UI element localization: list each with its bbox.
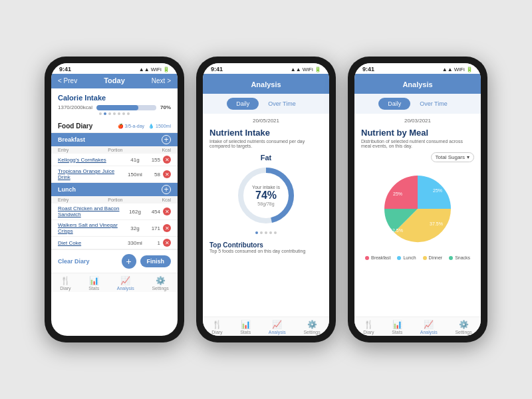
chart-dot-1 <box>255 231 258 234</box>
food-name-4[interactable]: Walkers Salt and Vinegar Crisps <box>58 222 126 234</box>
nav-analysis-3[interactable]: 📈 Analysis <box>420 320 438 334</box>
food-portion-1: 41g <box>126 157 144 163</box>
settings-icon-1: ⚙️ <box>156 276 166 285</box>
top-contributors-sub: Top 5 foods consumed on this day contrib… <box>209 249 323 253</box>
analysis-icon-3: 📈 <box>424 320 434 329</box>
dot-1 <box>99 112 102 115</box>
clear-diary-button[interactable]: Clear Diary <box>58 258 90 265</box>
delete-btn-1[interactable]: ✕ <box>163 156 171 164</box>
legend-dot-breakfast <box>365 256 369 260</box>
dots-row <box>58 110 171 117</box>
tab-overtime-2[interactable]: Over Time <box>259 98 305 110</box>
dot-6 <box>122 112 125 115</box>
pie-label-lunch: 25% <box>433 188 442 193</box>
breakfast-table-header: Entry Portion Kcal <box>51 146 178 154</box>
lunch-table-header: Entry Portion Kcal <box>51 196 178 203</box>
calorie-progress-bar <box>96 105 156 110</box>
nav-settings-3[interactable]: ⚙️ Settings <box>455 320 471 334</box>
nav-analysis-2[interactable]: 📈 Analysis <box>269 320 286 334</box>
pie-chart: 25% 37.5% 12.5% 25% <box>361 169 474 249</box>
nutrient-meal-title: Nutrient by Meal <box>361 128 474 138</box>
next-button[interactable]: Next > <box>152 77 171 84</box>
phone-analysis: 9:41 ▲▲ WiFi 🔋 Analysis Daily Over Time … <box>196 57 336 342</box>
food-name-2[interactable]: Tropicana Orange Juice Drink <box>58 168 126 180</box>
food-diary-header: Food Diary 🍎 3/5-a-day 💧 1500ml <box>51 120 178 133</box>
nav-diary-3[interactable]: 🍴 Diary <box>363 320 374 334</box>
col-entry-2: Entry <box>58 198 68 202</box>
tab-row-3: Daily Over Time <box>354 94 481 114</box>
add-food-button[interactable]: + <box>122 254 136 269</box>
bottom-nav-2: 🍴 Diary 📊 Stats 📈 Analysis ⚙️ Settings <box>203 317 329 336</box>
finish-button[interactable]: Finish <box>140 255 172 267</box>
settings-icon-3: ⚙️ <box>459 320 469 329</box>
delete-btn-3[interactable]: ✕ <box>163 207 171 215</box>
nav-analysis-1[interactable]: 📈 Analysis <box>117 276 134 291</box>
pie-svg: 25% 37.5% 12.5% 25% <box>378 169 458 249</box>
lunch-row-3: Diet Coke 330ml 1 ✕ <box>51 237 178 249</box>
food-diary-title: Food Diary <box>58 122 92 130</box>
circle-percent: 74% <box>252 190 280 201</box>
pie-label-breakfast: 25% <box>393 192 402 196</box>
tab-daily-2[interactable]: Daily <box>227 98 259 110</box>
nutrient-meal-sub: Distribution of selected nutrient consum… <box>361 139 474 148</box>
nav-label-settings-1: Settings <box>152 286 168 291</box>
analysis-icon-2: 📈 <box>272 320 282 329</box>
circle-amount: 58g/78g <box>252 201 280 206</box>
food-name-1[interactable]: Kellogg's Cornflakes <box>58 157 126 163</box>
food-kcal-2: 58 <box>144 172 160 178</box>
food-portion-5: 330ml <box>126 240 144 246</box>
nav-diary-2[interactable]: 🍴 Diary <box>211 320 222 334</box>
food-kcal-1: 155 <box>144 157 160 163</box>
diary-icon-3: 🍴 <box>364 320 374 329</box>
today-label: Today <box>104 76 125 84</box>
nav-stats-3[interactable]: 📊 Stats <box>392 320 402 334</box>
calorie-bar-row: 1370/2000kcal 70% <box>58 104 171 110</box>
nav-settings-1[interactable]: ⚙️ Settings <box>152 276 168 291</box>
legend-dot-snacks <box>449 256 453 260</box>
dot-5 <box>118 112 120 115</box>
phone-nutrient-screen: 9:41 ▲▲ WiFi 🔋 Analysis Daily Over Time … <box>354 63 481 336</box>
nav-label-diary-2: Diary <box>211 330 222 334</box>
bottom-nav-3: 🍴 Diary 📊 Stats 📈 Analysis ⚙️ Settings <box>354 317 481 336</box>
pie-label-dinner: 37.5% <box>430 221 443 226</box>
legend-breakfast: Breakfast <box>365 255 391 260</box>
tab-daily-3[interactable]: Daily <box>378 98 410 110</box>
phone-analysis-screen: 9:41 ▲▲ WiFi 🔋 Analysis Daily Over Time … <box>203 63 329 336</box>
chart-dot-2 <box>260 231 263 234</box>
food-name-3[interactable]: Roast Chicken and Bacon Sandwich <box>58 205 126 217</box>
dot-7 <box>127 112 130 115</box>
status-time-1: 9:41 <box>59 66 71 72</box>
legend-dot-dinner <box>423 256 427 260</box>
breakfast-title: Breakfast <box>58 136 85 143</box>
dropdown-label: Total Sugars <box>436 154 465 160</box>
chart-dots <box>209 229 323 236</box>
nav-stats-2[interactable]: 📊 Stats <box>240 320 251 334</box>
nav-stats-1[interactable]: 📊 Stats <box>88 276 99 291</box>
lunch-title: Lunch <box>58 186 76 193</box>
delete-btn-5[interactable]: ✕ <box>163 239 171 247</box>
legend-lunch: Lunch <box>397 255 416 260</box>
breakfast-add-button[interactable]: + <box>162 135 171 144</box>
nav-label-analysis-2: Analysis <box>269 330 286 334</box>
analysis-icon-1: 📈 <box>120 276 130 285</box>
nav-settings-2[interactable]: ⚙️ Settings <box>303 320 320 334</box>
dropdown-row: Total Sugars ▾ <box>361 152 474 162</box>
nutrient-intake-sub: Intake of selected nutrients consumed pe… <box>209 139 323 148</box>
chart-dot-5 <box>274 231 277 234</box>
analysis-title-2: Analysis <box>251 80 281 88</box>
breakfast-row-1: Kellogg's Cornflakes 41g 155 ✕ <box>51 154 178 166</box>
lunch-add-button[interactable]: + <box>162 185 171 194</box>
delete-btn-4[interactable]: ✕ <box>163 224 171 232</box>
nutrient-dropdown[interactable]: Total Sugars ▾ <box>431 152 474 162</box>
food-name-5[interactable]: Diet Coke <box>58 240 126 246</box>
phone-diary: 9:41 ▲▲ WiFi 🔋 < Prev Today Next > Calor… <box>45 57 184 342</box>
legend-label-snacks: Snacks <box>455 255 470 260</box>
tab-overtime-3[interactable]: Over Time <box>410 98 457 110</box>
delete-btn-2[interactable]: ✕ <box>163 170 171 178</box>
phones-container: 9:41 ▲▲ WiFi 🔋 < Prev Today Next > Calor… <box>45 57 487 342</box>
stats-icon-1: 📊 <box>89 276 99 285</box>
prev-button[interactable]: < Prev <box>58 77 77 84</box>
breakfast-header: Breakfast + <box>51 133 178 146</box>
col-kcal-1: Kcal <box>162 148 171 152</box>
nav-diary-1[interactable]: 🍴 Diary <box>60 276 70 291</box>
